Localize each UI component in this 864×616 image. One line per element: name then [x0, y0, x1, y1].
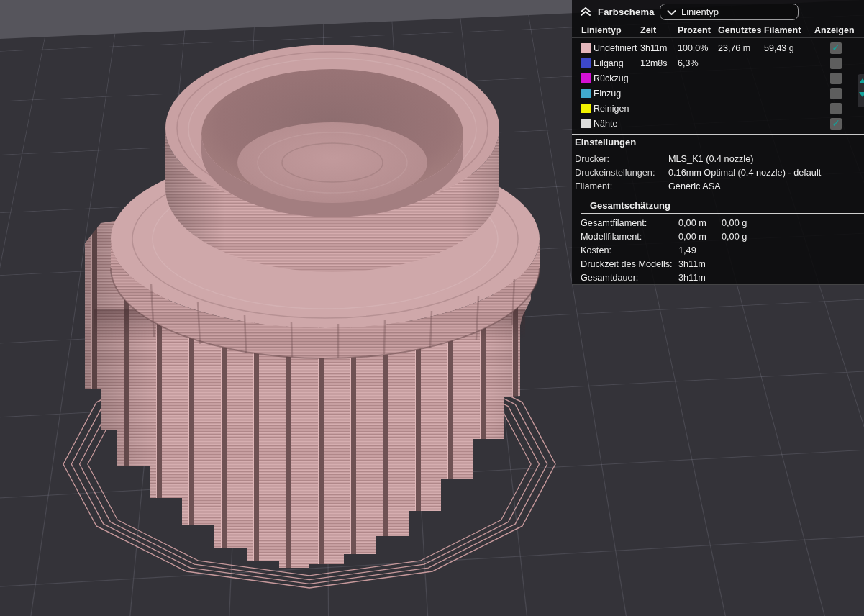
line-type-label: Eilgang — [594, 58, 640, 68]
line-type-label: Rückzug — [594, 73, 640, 83]
line-type-label: Undefiniert — [594, 43, 640, 53]
line-type-time: 12m8s — [640, 58, 678, 68]
line-type-color-swatch — [581, 58, 591, 68]
panel-header: Farbschema Linientyp — [572, 0, 864, 23]
col-header-zeit: Zeit — [640, 25, 678, 35]
settings-label: Drucker: — [575, 154, 668, 164]
estimate-row: Gesamtdauer:3h11m — [572, 271, 864, 284]
settings-label: Filament: — [575, 181, 668, 191]
legend-row: Nähte✓ — [572, 116, 864, 131]
layer-slider-fragment[interactable] — [858, 74, 864, 107]
estimate-label: Kosten: — [581, 245, 678, 255]
settings-label: Druckeinstellungen: — [575, 168, 668, 178]
legend-row: Eilgang12m8s6,3% — [572, 55, 864, 71]
show-checkbox[interactable] — [830, 103, 842, 114]
estimate-label: Gesamtdauer: — [581, 273, 678, 283]
settings-rows: Drucker:MLS_K1 (0.4 nozzle)Druckeinstell… — [572, 150, 864, 196]
show-checkbox[interactable]: ✓ — [830, 118, 842, 130]
estimate-value: 3h11m — [678, 259, 722, 269]
legend-row: Rückzug — [572, 71, 864, 86]
view-type-dropdown[interactable]: Linientyp — [660, 4, 799, 20]
panel-title: Farbschema — [598, 6, 655, 17]
estimate-label: Gesamtfilament: — [581, 218, 678, 228]
show-checkbox[interactable] — [830, 58, 842, 69]
line-type-time: 3h11m — [640, 43, 678, 53]
view-type-value: Linientyp — [681, 6, 719, 17]
settings-value: MLS_K1 (0.4 nozzle) — [668, 154, 864, 164]
estimate-value: 3h11m — [678, 273, 722, 283]
col-header-prozent: Prozent — [678, 25, 718, 35]
line-type-label: Reinigen — [594, 104, 640, 114]
estimate-value2: 0,00 g — [722, 232, 864, 242]
line-type-color-swatch — [581, 43, 591, 53]
settings-value: Generic ASA — [668, 181, 864, 191]
line-type-percent: 100,0% — [678, 43, 718, 53]
model-neck — [165, 45, 499, 272]
col-header-anzeigen: Anzeigen — [814, 25, 864, 35]
estimate-row: Druckzeit des Modells:3h11m — [572, 257, 864, 271]
estimate-value: 1,49 — [678, 245, 722, 255]
estimate-row: Modellfilament:0,00 m0,00 g — [572, 230, 864, 244]
show-checkbox[interactable] — [830, 88, 842, 99]
legend-row: Einzug — [572, 86, 864, 101]
chevron-down-icon — [667, 9, 676, 16]
line-type-color-swatch — [581, 73, 591, 83]
chevron-double-up-icon[interactable] — [579, 6, 592, 17]
estimate-label: Modellfilament: — [581, 232, 678, 242]
legend-row: Reinigen — [572, 101, 864, 116]
line-type-color-swatch — [581, 89, 591, 98]
show-checkbox[interactable]: ✓ — [830, 42, 842, 54]
estimate-value: 0,00 m — [678, 232, 722, 242]
line-type-used-m: 23,76 m — [718, 43, 764, 53]
slider-glyph-top — [859, 78, 864, 83]
line-type-label: Einzug — [594, 89, 640, 99]
legend-rows: Undefiniert3h11m100,0%23,76 m59,43 g✓Eil… — [572, 38, 864, 131]
color-scheme-panel: Farbschema Linientyp Linientyp Zeit Proz… — [572, 0, 864, 285]
legend-header-row: Linientyp Zeit Prozent Genutztes Filamen… — [572, 23, 864, 38]
settings-title: Einstellungen — [572, 135, 864, 150]
checkbox-check-icon: ✓ — [832, 42, 840, 53]
line-type-label: Nähte — [594, 119, 640, 129]
settings-row: Druckeinstellungen:0.16mm Optimal (0.4 n… — [572, 166, 864, 179]
settings-row: Drucker:MLS_K1 (0.4 nozzle) — [572, 152, 864, 166]
estimate-row: Kosten:1,49 — [572, 244, 864, 258]
col-header-filament: Genutztes Filament — [718, 25, 814, 35]
estimate-value: 0,00 m — [678, 218, 722, 228]
estimate-rows: Gesamtfilament:0,00 m0,00 gModellfilamen… — [572, 214, 864, 284]
line-type-color-swatch — [581, 119, 591, 128]
col-header-linientyp: Linientyp — [581, 25, 640, 35]
line-type-color-swatch — [581, 104, 591, 113]
slider-glyph-bottom — [859, 92, 864, 97]
line-type-percent: 6,3% — [678, 58, 718, 68]
estimate-row: Gesamtfilament:0,00 m0,00 g — [572, 217, 864, 230]
line-type-used-g: 59,43 g — [764, 43, 814, 53]
estimate-value2: 0,00 g — [722, 218, 864, 228]
estimate-label: Druckzeit des Modells: — [581, 259, 678, 269]
settings-value: 0.16mm Optimal (0.4 nozzle) - default — [668, 168, 864, 178]
legend-row: Undefiniert3h11m100,0%23,76 m59,43 g✓ — [572, 40, 864, 55]
checkbox-check-icon: ✓ — [832, 118, 840, 128]
estimate-title: Gesamtschätzung — [572, 196, 864, 213]
settings-row: Filament:Generic ASA — [572, 179, 864, 193]
show-checkbox[interactable] — [830, 73, 842, 84]
